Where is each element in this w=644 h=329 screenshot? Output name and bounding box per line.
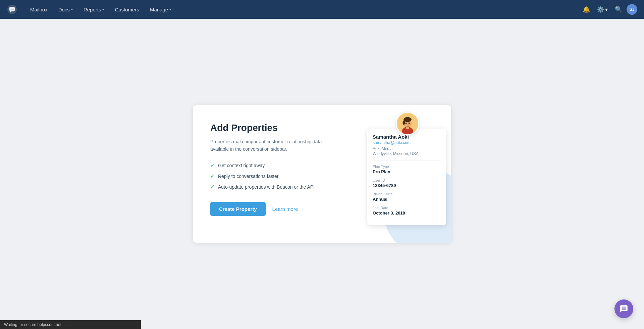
customer-field-joindate: Join Date October 3, 2018 (373, 206, 441, 216)
learn-more-link[interactable]: Learn more (272, 206, 298, 212)
nav-links: Mailbox Docs ▾ Reports ▾ Customers Manag… (25, 4, 580, 15)
bell-icon: 🔔 (583, 6, 590, 13)
main-content: Add Properties Properties make important… (0, 19, 644, 329)
chevron-down-icon: ▾ (169, 8, 171, 11)
customer-field-plan: Plan Type Pro Plan (373, 164, 441, 174)
feature-item-1: ✓ Get context right away (210, 162, 346, 169)
nav-reports[interactable]: Reports ▾ (79, 4, 109, 15)
check-icon: ✓ (210, 162, 215, 169)
create-property-button[interactable]: Create Property (210, 202, 266, 216)
card-actions: Create Property Learn more (210, 202, 346, 216)
app-logo[interactable] (7, 4, 17, 15)
svg-point-10 (406, 123, 407, 124)
customer-panel: Samantha Aoki samantha@aoki.com Aoki Med… (367, 129, 446, 225)
svg-point-11 (409, 123, 410, 124)
customer-email: samantha@aoki.com (373, 140, 441, 145)
card-right: Samantha Aoki samantha@aoki.com Aoki Med… (364, 105, 451, 243)
gear-icon: ⚙️ (597, 6, 604, 13)
nav-right: 🔔 ⚙️ ▾ 🔍 SJ (580, 3, 637, 15)
customer-field-userid: User ID 12345-6789 (373, 178, 441, 188)
customer-avatar-floating (396, 112, 419, 135)
add-properties-card: Add Properties Properties make important… (193, 105, 451, 243)
customer-divider (373, 160, 441, 160)
customer-field-billing: Billing Cycle Annual (373, 192, 441, 202)
notifications-button[interactable]: 🔔 (580, 3, 592, 15)
svg-point-9 (402, 121, 405, 125)
customer-location: Windyville, Missouri, USA (373, 151, 441, 156)
card-left: Add Properties Properties make important… (193, 105, 364, 243)
feature-item-2: ✓ Reply to conversations faster (210, 173, 346, 179)
chevron-down-icon: ▾ (102, 8, 104, 11)
chevron-down-icon: ▾ (605, 6, 608, 13)
user-avatar[interactable]: SJ (627, 4, 637, 15)
svg-point-12 (407, 125, 408, 125)
svg-point-3 (13, 9, 14, 10)
customer-field-value: October 3, 2018 (373, 210, 441, 216)
customer-field-value: Annual (373, 197, 441, 202)
search-button[interactable]: 🔍 (612, 3, 625, 15)
chat-icon (620, 304, 628, 313)
svg-point-2 (12, 9, 13, 10)
customer-company: Aoki Media (373, 146, 441, 151)
check-icon: ✓ (210, 184, 215, 190)
card-description: Properties make important customer relat… (210, 138, 331, 153)
nav-manage[interactable]: Manage ▾ (145, 4, 176, 15)
search-icon: 🔍 (615, 6, 622, 13)
customer-field-label: User ID (373, 178, 441, 182)
card-title: Add Properties (210, 123, 346, 133)
chat-button[interactable] (614, 299, 633, 318)
svg-point-1 (11, 9, 12, 10)
feature-list: ✓ Get context right away ✓ Reply to conv… (210, 162, 346, 190)
status-bar: Waiting for secure.helpscout.net... (0, 320, 141, 329)
nav-mailbox[interactable]: Mailbox (25, 4, 52, 15)
settings-button[interactable]: ⚙️ ▾ (594, 5, 610, 14)
status-text: Waiting for secure.helpscout.net... (4, 322, 65, 327)
nav-customers[interactable]: Customers (110, 4, 144, 15)
feature-item-3: ✓ Auto-update properties with Beacon or … (210, 184, 346, 190)
check-icon: ✓ (210, 173, 215, 179)
customer-field-value: 12345-6789 (373, 183, 441, 188)
customer-field-label: Join Date (373, 206, 441, 210)
chevron-down-icon: ▾ (71, 8, 73, 11)
navbar: Mailbox Docs ▾ Reports ▾ Customers Manag… (0, 0, 644, 19)
customer-field-value: Pro Plan (373, 169, 441, 174)
customer-field-label: Plan Type (373, 164, 441, 169)
nav-docs[interactable]: Docs ▾ (54, 4, 77, 15)
customer-field-label: Billing Cycle (373, 192, 441, 196)
